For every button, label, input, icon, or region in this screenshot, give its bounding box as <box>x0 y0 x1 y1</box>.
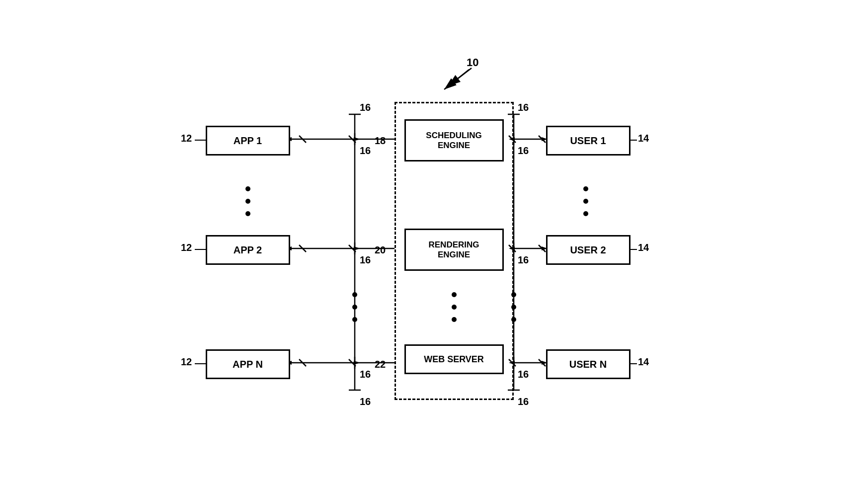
svg-text:16: 16 <box>360 369 371 380</box>
svg-line-87 <box>539 245 546 252</box>
svg-line-85 <box>539 136 546 143</box>
svg-text:12: 12 <box>181 356 192 367</box>
app2-box: APP 2 <box>206 235 290 265</box>
appN-label: APP N <box>233 359 263 370</box>
svg-text:16: 16 <box>360 145 371 156</box>
user1-label: USER 1 <box>570 135 606 147</box>
svg-text:16: 16 <box>518 396 529 407</box>
svg-text:16: 16 <box>518 145 529 156</box>
user1-box: USER 1 <box>546 126 631 156</box>
svg-line-89 <box>539 359 546 366</box>
svg-text:16: 16 <box>360 396 371 407</box>
app1-label: APP 1 <box>234 135 262 147</box>
svg-text:16: 16 <box>518 102 529 113</box>
svg-point-36 <box>352 305 357 310</box>
svg-point-39 <box>583 199 588 204</box>
svg-point-33 <box>245 199 250 204</box>
svg-text:16: 16 <box>360 102 371 113</box>
svg-text:18: 18 <box>375 135 386 146</box>
svg-marker-13 <box>354 361 360 365</box>
svg-text:10: 10 <box>467 56 478 69</box>
svg-line-78 <box>299 136 306 143</box>
svg-line-81 <box>349 245 356 252</box>
svg-point-35 <box>352 292 357 297</box>
svg-line-83 <box>349 359 356 366</box>
svg-line-79 <box>349 136 356 143</box>
svg-text:16: 16 <box>518 254 529 265</box>
svg-text:14: 14 <box>638 133 649 144</box>
userN-box: USER N <box>546 349 631 379</box>
svg-text:22: 22 <box>375 359 386 370</box>
scheduling-engine-box: SCHEDULING ENGINE <box>404 119 504 161</box>
svg-text:16: 16 <box>518 369 529 380</box>
appN-box: APP N <box>206 349 290 379</box>
user2-label: USER 2 <box>570 244 606 256</box>
svg-text:16: 16 <box>360 254 371 265</box>
svg-point-40 <box>583 211 588 216</box>
svg-text:12: 12 <box>181 242 192 253</box>
svg-text:12: 12 <box>181 133 192 144</box>
svg-text:20: 20 <box>375 244 386 255</box>
web-server-box: WEB SERVER <box>404 344 504 374</box>
rendering-engine-box: RENDERING ENGINE <box>404 229 504 271</box>
svg-line-82 <box>299 359 306 366</box>
svg-point-37 <box>352 317 357 322</box>
svg-text:14: 14 <box>638 242 649 253</box>
user2-box: USER 2 <box>546 235 631 265</box>
svg-point-32 <box>245 186 250 191</box>
svg-text:14: 14 <box>638 356 649 367</box>
app2-label: APP 2 <box>234 244 262 256</box>
web-server-label: WEB SERVER <box>424 354 484 365</box>
svg-line-2 <box>444 70 469 89</box>
svg-marker-9 <box>354 246 360 250</box>
scheduling-engine-label: SCHEDULING ENGINE <box>426 131 481 151</box>
diagram: 16 16 16 16 16 16 16 16 16 16 18 20 22 1… <box>161 42 708 440</box>
userN-label: USER N <box>569 359 607 370</box>
svg-line-80 <box>299 245 306 252</box>
svg-marker-5 <box>354 137 360 141</box>
svg-point-34 <box>245 211 250 216</box>
svg-line-77 <box>448 68 472 86</box>
app1-box: APP 1 <box>206 126 290 156</box>
rendering-engine-label: RENDERING ENGINE <box>428 240 479 260</box>
svg-point-38 <box>583 186 588 191</box>
